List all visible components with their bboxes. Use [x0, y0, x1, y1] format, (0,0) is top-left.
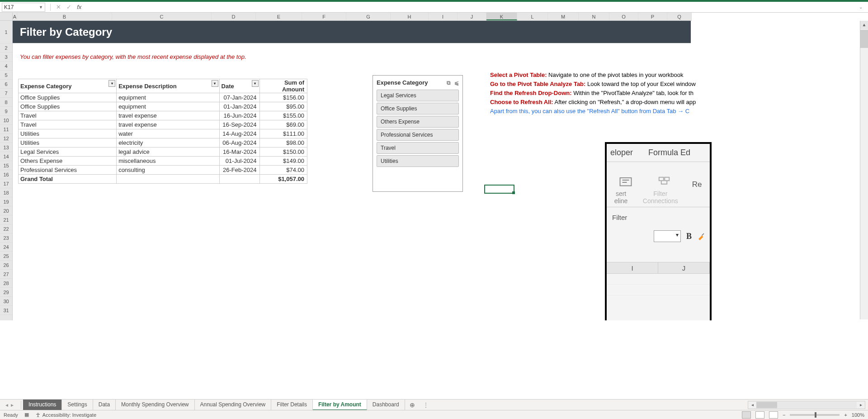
- vertical-scrollbar[interactable]: ▲: [860, 21, 868, 319]
- row-header-8[interactable]: 8: [0, 98, 12, 107]
- pivot-header[interactable]: Expense Category▾: [19, 79, 117, 93]
- column-header-a[interactable]: A: [13, 13, 17, 20]
- macro-record-icon[interactable]: ▦: [24, 412, 29, 418]
- formula-bar-expand-icon[interactable]: ⌄: [855, 5, 866, 10]
- active-cell-k17[interactable]: [484, 185, 514, 194]
- row-header-2[interactable]: 2: [0, 43, 12, 52]
- column-header-q[interactable]: Q: [667, 13, 692, 20]
- sheet-tab[interactable]: Annual Spending Overview: [195, 400, 272, 410]
- zoom-slider[interactable]: [790, 414, 840, 416]
- row-header-6[interactable]: 6: [0, 80, 12, 89]
- sheet-tab[interactable]: Data: [93, 400, 116, 410]
- column-header-h[interactable]: H: [391, 13, 429, 20]
- scroll-thumb[interactable]: [860, 30, 868, 48]
- row-header-18[interactable]: 18: [0, 188, 12, 197]
- row-header-23[interactable]: 23: [0, 233, 12, 243]
- column-header-j[interactable]: J: [458, 13, 486, 20]
- new-sheet-button[interactable]: ⊕: [405, 401, 420, 409]
- row-header-29[interactable]: 29: [0, 288, 12, 297]
- row-headers[interactable]: 1234567891011121314151617181920212223242…: [0, 21, 13, 320]
- filter-dropdown-icon[interactable]: ▾: [108, 80, 115, 87]
- row-header-19[interactable]: 19: [0, 197, 12, 206]
- row-header-11[interactable]: 11: [0, 125, 12, 134]
- slicer-item[interactable]: Professional Services: [377, 129, 459, 141]
- column-header-c[interactable]: C: [112, 13, 212, 20]
- row-header-31[interactable]: 31: [0, 306, 12, 315]
- hscroll-left-icon[interactable]: ◂: [748, 402, 756, 407]
- pivot-header[interactable]: Expense Description▾: [117, 79, 219, 93]
- view-page-layout-button[interactable]: [755, 411, 764, 419]
- zoom-level[interactable]: 100%: [852, 412, 864, 418]
- sheet-tab[interactable]: Monthly Spending Overview: [116, 400, 194, 410]
- row-header-16[interactable]: 16: [0, 170, 12, 179]
- row-header-12[interactable]: 12: [0, 134, 12, 143]
- filter-dropdown-icon[interactable]: ▾: [212, 80, 218, 87]
- view-normal-button[interactable]: [742, 411, 751, 419]
- row-header-27[interactable]: 27: [0, 270, 12, 279]
- hscroll-thumb[interactable]: [756, 402, 777, 408]
- column-header-d[interactable]: D: [212, 13, 256, 20]
- row-header-30[interactable]: 30: [0, 297, 12, 306]
- table-row[interactable]: Traveltravel expense16-Sep-2024$69.00: [19, 120, 307, 129]
- sheet-tab[interactable]: Filter Details: [271, 400, 313, 410]
- slicer-item[interactable]: Utilities: [377, 155, 459, 167]
- pivot-header[interactable]: Date▾: [219, 79, 259, 93]
- view-page-break-button[interactable]: [769, 411, 778, 419]
- row-header-24[interactable]: 24: [0, 243, 12, 252]
- sheet-tab[interactable]: Dashboard: [367, 400, 405, 410]
- row-header-28[interactable]: 28: [0, 279, 12, 288]
- column-header-g[interactable]: G: [346, 13, 391, 20]
- row-header-22[interactable]: 22: [0, 224, 12, 233]
- table-row[interactable]: Utilitieswater14-Aug-2024$111.00: [19, 129, 307, 138]
- tab-overflow-icon[interactable]: ⋮: [420, 402, 432, 408]
- row-header-10[interactable]: 10: [0, 116, 12, 125]
- row-header-13[interactable]: 13: [0, 143, 12, 152]
- slicer-expense-category[interactable]: Expense Category ⧉ ⫹ Legal ServicesOffic…: [373, 75, 463, 192]
- name-box-dropdown-icon[interactable]: ▼: [39, 5, 43, 10]
- name-box[interactable]: K17 ▼: [2, 3, 45, 12]
- slicer-item[interactable]: Travel: [377, 142, 459, 154]
- column-header-b[interactable]: B: [17, 13, 112, 20]
- column-header-k[interactable]: K: [486, 13, 517, 20]
- row-header-20[interactable]: 20: [0, 206, 12, 215]
- accessibility-icon[interactable]: Accessibility: Investigate: [35, 412, 96, 418]
- row-header-9[interactable]: 9: [0, 107, 12, 116]
- sheet-tab[interactable]: Settings: [62, 400, 93, 410]
- column-header-i[interactable]: I: [429, 13, 458, 20]
- scroll-up-icon[interactable]: ▲: [860, 21, 868, 29]
- tab-nav-prev-icon[interactable]: ◂: [5, 402, 8, 408]
- column-headers[interactable]: ABCDEFGHIJKLMNOPQ: [13, 13, 692, 21]
- tab-nav-arrows[interactable]: ◂ ▸: [0, 402, 19, 408]
- confirm-icon[interactable]: ✓: [66, 4, 71, 10]
- column-header-o[interactable]: O: [609, 13, 638, 20]
- hscroll-right-icon[interactable]: ▸: [857, 402, 865, 407]
- fx-icon[interactable]: fx: [77, 4, 81, 10]
- zoom-in-button[interactable]: +: [844, 412, 847, 418]
- embedded-screenshot[interactable]: eloper Formula Ed Re serteline FilterCon…: [605, 142, 712, 320]
- row-header-15[interactable]: 15: [0, 161, 12, 170]
- sheet-body[interactable]: Filter by Category You can filter expens…: [13, 21, 868, 320]
- row-header-21[interactable]: 21: [0, 215, 12, 224]
- row-header-26[interactable]: 26: [0, 261, 12, 270]
- column-header-f[interactable]: F: [302, 13, 346, 20]
- table-row[interactable]: Office Suppliesequipment01-Jan-2024$95.0…: [19, 102, 307, 111]
- slicer-item[interactable]: Office Supplies: [377, 103, 459, 114]
- row-header-25[interactable]: 25: [0, 252, 12, 261]
- row-header-7[interactable]: 7: [0, 89, 12, 98]
- zoom-out-button[interactable]: −: [783, 412, 785, 418]
- row-header-1[interactable]: 1: [0, 21, 12, 43]
- sheet-tab[interactable]: Filter by Amount: [313, 400, 367, 410]
- table-row[interactable]: Legal Serviceslegal advice16-Mar-2024$15…: [19, 148, 307, 157]
- grand-total-row[interactable]: Grand Total$1,057.00: [19, 175, 307, 184]
- row-header-14[interactable]: 14: [0, 152, 12, 161]
- column-header-l[interactable]: L: [517, 13, 548, 20]
- table-row[interactable]: Others Expensemiscellaneous01-Jul-2024$1…: [19, 157, 307, 166]
- tab-nav-next-icon[interactable]: ▸: [11, 402, 14, 408]
- pivot-table[interactable]: Expense Category▾Expense Description▾Dat…: [18, 79, 307, 184]
- select-all-triangle[interactable]: [0, 13, 13, 21]
- table-row[interactable]: Office Suppliesequipment07-Jan-2024$156.…: [19, 93, 307, 102]
- slicer-item[interactable]: Others Expense: [377, 116, 459, 128]
- column-header-n[interactable]: N: [579, 13, 609, 20]
- row-header-3[interactable]: 3: [0, 52, 12, 62]
- row-header-4[interactable]: 4: [0, 62, 12, 71]
